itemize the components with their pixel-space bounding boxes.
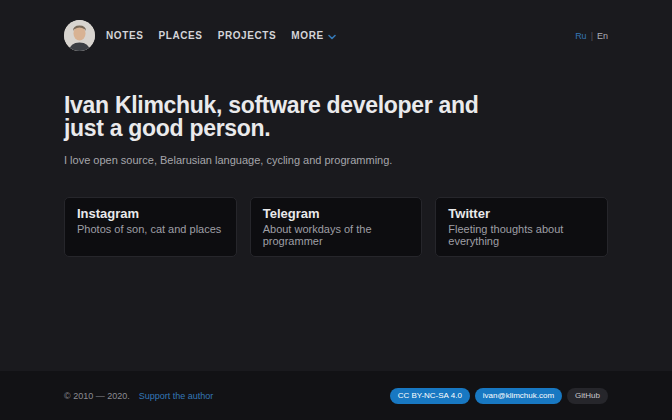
card-twitter[interactable]: Twitter Fleeting thoughts about everythi… [435,197,608,257]
language-link-ru[interactable]: Ru [575,31,587,41]
card-description: Photos of son, cat and places [77,223,224,235]
badge-github[interactable]: GitHub [567,388,608,404]
chevron-down-icon [328,31,336,42]
nav-item-more-label: More [291,30,323,41]
card-title: Instagram [77,206,224,221]
hero-section: Ivan Klimchuk, software developer and ju… [0,94,672,166]
card-instagram[interactable]: Instagram Photos of son, cat and places [64,197,237,257]
footer-badges: CC BY-NC-SA 4.0 ivan@klimchuk.com GitHub [390,388,608,404]
card-title: Twitter [448,206,595,221]
avatar[interactable] [64,20,95,51]
card-title: Telegram [263,206,410,221]
badge-email[interactable]: ivan@klimchuk.com [475,388,562,404]
card-description: About workdays of the programmer [263,223,410,247]
footer: © 2010 — 2020. Support the author CC BY-… [0,371,672,420]
avatar-photo [64,20,95,51]
language-separator: | [591,31,593,41]
copyright-text: © 2010 — 2020. [64,391,130,401]
support-author-link[interactable]: Support the author [139,391,214,401]
social-cards: Instagram Photos of son, cat and places … [0,197,672,257]
language-current-en[interactable]: En [597,31,608,41]
nav-item-places[interactable]: Places [158,30,202,41]
main-nav: Notes Places Projects More [106,30,336,42]
footer-copyright-block: © 2010 — 2020. Support the author [64,391,213,401]
header-left: Notes Places Projects More [64,20,336,51]
card-description: Fleeting thoughts about everything [448,223,595,247]
header: Notes Places Projects More Ru | En [0,20,672,51]
page-title: Ivan Klimchuk, software developer and ju… [64,94,504,140]
nav-item-projects[interactable]: Projects [218,30,277,41]
main-spacer [0,257,672,371]
nav-item-notes[interactable]: Notes [106,30,143,41]
page-subtitle: I love open source, Belarusian language,… [64,154,608,166]
badge-license[interactable]: CC BY-NC-SA 4.0 [390,388,470,404]
language-switcher: Ru | En [575,31,608,41]
nav-item-more[interactable]: More [291,30,335,42]
card-telegram[interactable]: Telegram About workdays of the programme… [250,197,423,257]
